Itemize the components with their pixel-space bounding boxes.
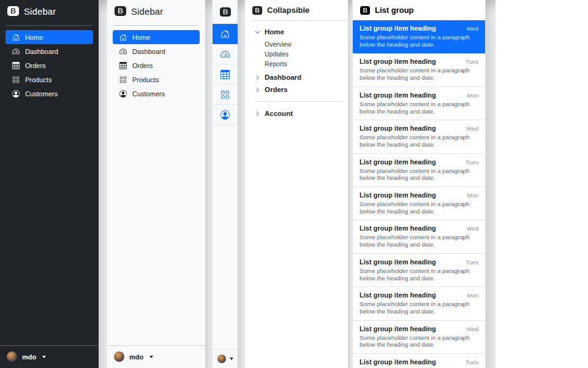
tree-section-dashboard[interactable]: Dashboard bbox=[255, 71, 343, 83]
nav-icon-customers[interactable] bbox=[213, 105, 238, 125]
list-item-day: Tues bbox=[466, 58, 478, 65]
list-item-day: Mon bbox=[467, 292, 478, 299]
house-icon bbox=[119, 34, 127, 41]
sidebar-light-brand[interactable]: Sidebar bbox=[107, 0, 205, 25]
nav-item-customers[interactable]: Customers bbox=[113, 86, 200, 101]
list-group-brand[interactable]: List group bbox=[353, 0, 485, 20]
list-item-heading: List group item heading bbox=[360, 191, 436, 199]
example-divider bbox=[486, 0, 496, 368]
sidebar-icons bbox=[213, 0, 238, 368]
bootstrap-logo-icon bbox=[7, 6, 19, 16]
tree-section-label: Account bbox=[265, 110, 293, 117]
list-item[interactable]: List group item heading Wed Some placeho… bbox=[353, 220, 485, 253]
tree-item-reports[interactable]: Reports bbox=[265, 59, 343, 69]
list-item[interactable]: List group item heading Wed Some placeho… bbox=[353, 321, 485, 354]
list-item-body: Some placeholder content in a paragraph … bbox=[360, 267, 478, 282]
tree-section-account[interactable]: Account bbox=[255, 107, 343, 120]
tree-section-home[interactable]: Home bbox=[255, 26, 343, 38]
chevron-down-icon bbox=[255, 29, 260, 35]
nav-item-customers[interactable]: Customers bbox=[6, 86, 93, 101]
list-item-body: Some placeholder content in a paragraph … bbox=[360, 101, 478, 115]
bootstrap-logo-icon bbox=[360, 6, 370, 15]
nav-item-label: Orders bbox=[25, 62, 46, 69]
list-item[interactable]: List group item heading Wed Some placeho… bbox=[353, 120, 485, 153]
list-item-day: Mon bbox=[467, 192, 478, 199]
caret-down-icon bbox=[149, 356, 153, 358]
brand-title: Sidebar bbox=[131, 6, 163, 17]
list-item[interactable]: List group item heading Tues Some placeh… bbox=[353, 354, 485, 368]
sidebar-icons-brand[interactable] bbox=[213, 0, 238, 24]
list-item[interactable]: List group item heading Tues Some placeh… bbox=[353, 154, 485, 187]
nav-icon-products[interactable] bbox=[213, 85, 238, 105]
example-divider bbox=[99, 0, 107, 368]
list-item[interactable]: List group item heading Mon Some placeho… bbox=[353, 287, 485, 320]
list-item-body: Some placeholder content in a paragraph … bbox=[360, 34, 478, 48]
tree-children-home: Overview Updates Reports bbox=[255, 39, 343, 69]
user-menu[interactable]: mdo bbox=[0, 345, 99, 368]
grid-icon bbox=[12, 76, 20, 83]
sidebar-dark-nav: Home Dashboard Orders Products Customers bbox=[0, 26, 99, 101]
caret-down-icon bbox=[42, 356, 46, 358]
list-item-day: Wed bbox=[467, 125, 478, 132]
nav-item-dashboard[interactable]: Dashboard bbox=[6, 44, 93, 58]
sidebar-collapsible-brand[interactable]: Collapsible bbox=[245, 0, 348, 20]
speedometer-icon bbox=[221, 50, 230, 59]
list-item-body: Some placeholder content in a paragraph … bbox=[360, 67, 478, 82]
list-item-heading: List group item heading bbox=[360, 158, 436, 166]
bootstrap-logo-icon bbox=[115, 6, 126, 16]
list-item-body: Some placeholder content in a paragraph … bbox=[360, 167, 478, 182]
example-divider bbox=[205, 0, 213, 368]
tree-item-overview[interactable]: Overview bbox=[265, 39, 343, 49]
tree-section-orders[interactable]: Orders bbox=[255, 83, 343, 96]
table-icon bbox=[12, 62, 20, 69]
sidebar-dark-brand[interactable]: Sidebar bbox=[0, 0, 99, 25]
nav-item-label: Home bbox=[25, 34, 43, 41]
nav-item-label: Home bbox=[132, 34, 150, 41]
nav-item-orders[interactable]: Orders bbox=[113, 58, 200, 72]
list-item-heading: List group item heading bbox=[360, 58, 436, 65]
list-item-heading: List group item heading bbox=[360, 358, 436, 366]
list-item[interactable]: List group item heading Mon Some placeho… bbox=[353, 187, 485, 220]
list-item-day: Tues bbox=[466, 359, 478, 366]
tree-section-label: Home bbox=[265, 28, 284, 36]
sidebars-examples-page: Sidebar Home Dashboard Orders Products bbox=[0, 0, 588, 368]
chevron-right-icon bbox=[255, 87, 260, 93]
nav-icon-orders[interactable] bbox=[213, 64, 238, 85]
chevron-right-icon bbox=[255, 75, 260, 80]
list-item[interactable]: List group item heading Wed Some placeho… bbox=[353, 20, 485, 53]
nav-item-label: Products bbox=[25, 76, 51, 83]
tree-item-updates[interactable]: Updates bbox=[265, 49, 343, 59]
list-item-heading: List group item heading bbox=[360, 325, 436, 332]
list-item-body: Some placeholder content in a paragraph … bbox=[360, 134, 478, 148]
user-menu[interactable] bbox=[213, 349, 238, 368]
brand-title: Sidebar bbox=[24, 6, 56, 17]
person-circle-icon bbox=[12, 90, 20, 98]
nav-item-products[interactable]: Products bbox=[113, 72, 200, 86]
page-background bbox=[496, 0, 588, 368]
list-item-heading: List group item heading bbox=[360, 224, 436, 232]
user-menu[interactable]: mdo bbox=[107, 345, 205, 368]
list-item[interactable]: List group item heading Mon Some placeho… bbox=[353, 87, 485, 120]
nav-item-orders[interactable]: Orders bbox=[6, 58, 93, 72]
list-item[interactable]: List group item heading Tues Some placeh… bbox=[353, 254, 485, 287]
nav-item-label: Products bbox=[132, 76, 159, 83]
list-item-heading: List group item heading bbox=[360, 291, 436, 299]
list-item[interactable]: List group item heading Tues Some placeh… bbox=[353, 53, 485, 86]
nav-icon-home[interactable] bbox=[213, 24, 238, 44]
table-icon bbox=[221, 70, 230, 79]
grid-icon bbox=[119, 76, 127, 83]
example-divider bbox=[238, 0, 245, 368]
chevron-right-icon bbox=[255, 111, 260, 117]
nav-item-products[interactable]: Products bbox=[6, 72, 93, 86]
avatar bbox=[114, 351, 124, 362]
nav-item-dashboard[interactable]: Dashboard bbox=[113, 44, 200, 58]
list-item-heading: List group item heading bbox=[360, 125, 436, 132]
list-item-day: Wed bbox=[467, 326, 478, 332]
nav-icon-dashboard[interactable] bbox=[213, 44, 238, 64]
grid-icon bbox=[221, 90, 230, 99]
nav-item-home[interactable]: Home bbox=[113, 30, 200, 44]
list-item-body: Some placeholder content in a paragraph … bbox=[360, 201, 478, 215]
list-item-body: Some placeholder content in a paragraph … bbox=[360, 301, 478, 315]
nav-item-home[interactable]: Home bbox=[6, 30, 93, 44]
avatar bbox=[7, 351, 17, 362]
